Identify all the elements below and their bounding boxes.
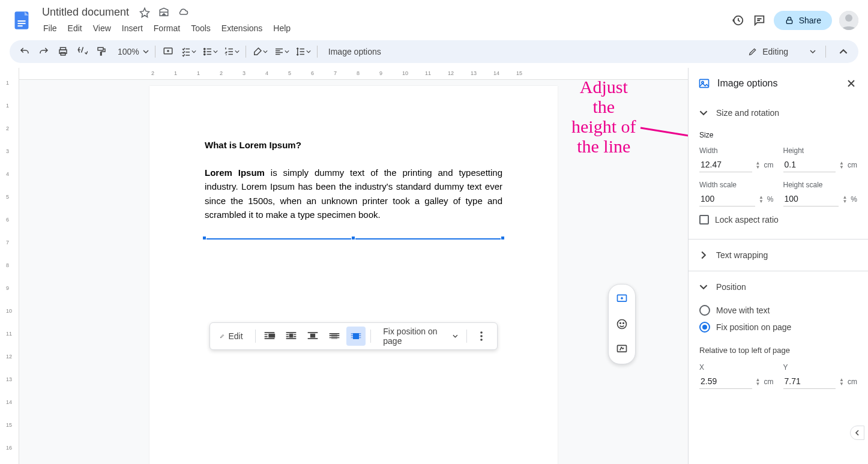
selected-image-line[interactable]	[205, 238, 502, 240]
resize-handle[interactable]	[351, 236, 355, 240]
x-stepper[interactable]: ▲▼	[756, 378, 761, 386]
collapse-toolbar-button[interactable]	[834, 43, 852, 61]
bulleted-list-button[interactable]	[200, 43, 220, 61]
menu-help[interactable]: Help	[268, 21, 295, 35]
svg-point-14	[203, 51, 205, 52]
chevron-left-icon	[854, 430, 860, 436]
svg-rect-16	[270, 334, 275, 337]
wrap-text-button[interactable]	[282, 327, 301, 346]
image-floating-toolbar: Edit Fix position on page	[209, 322, 498, 350]
lock-aspect-checkbox[interactable]	[699, 215, 709, 224]
docs-logo[interactable]	[10, 8, 34, 32]
menu-extensions[interactable]: Extensions	[217, 21, 267, 35]
front-text-button[interactable]	[346, 327, 366, 346]
svg-rect-1	[17, 20, 25, 22]
zoom-dropdown[interactable]: 100%	[112, 43, 151, 61]
chevron-down-icon	[285, 49, 289, 54]
chevron-down-icon	[699, 109, 708, 117]
menu-format[interactable]: Format	[149, 21, 185, 35]
highlight-color-button[interactable]	[250, 43, 270, 61]
menu-bar: File Edit View Insert Format Tools Exten…	[38, 21, 726, 35]
share-button[interactable]: Share	[774, 11, 832, 30]
unit-cm: cm	[764, 161, 774, 169]
width-label: Width	[699, 146, 774, 155]
break-text-button[interactable]	[303, 327, 322, 346]
line-spacing-button[interactable]	[293, 43, 313, 61]
menu-insert[interactable]: Insert	[117, 21, 148, 35]
edit-button[interactable]: Edit	[216, 327, 250, 346]
document-page[interactable]: What is Lorem Ipsum? Lorem Ipsum is simp…	[149, 86, 558, 464]
menu-view[interactable]: View	[88, 21, 116, 35]
width-scale-stepper[interactable]: ▲▼	[759, 195, 764, 203]
text-wrapping-section-toggle[interactable]: Text wrapping	[689, 242, 868, 268]
svg-rect-3	[17, 25, 22, 26]
menu-edit[interactable]: Edit	[63, 21, 87, 35]
x-label: X	[699, 363, 774, 372]
menu-file[interactable]: File	[38, 21, 62, 35]
y-stepper[interactable]: ▲▼	[839, 378, 844, 386]
close-sidebar-button[interactable]	[844, 76, 858, 91]
chevron-down-icon	[191, 49, 196, 54]
suggest-edits-button[interactable]	[611, 339, 633, 360]
checklist-button[interactable]	[178, 43, 199, 61]
y-input[interactable]	[783, 374, 836, 389]
paint-format-button[interactable]	[92, 43, 110, 61]
behind-text-button[interactable]	[325, 327, 344, 346]
history-icon[interactable]	[731, 13, 745, 28]
cloud-status-icon[interactable]	[176, 5, 190, 20]
fix-position-radio[interactable]	[699, 322, 710, 333]
add-comment-button[interactable]	[159, 43, 177, 61]
chevron-down-icon	[235, 49, 240, 54]
lock-aspect-label: Lock aspect ratio	[715, 215, 779, 224]
image-options-sidebar: Image options Size and rotation Size Wid…	[688, 68, 868, 464]
svg-point-23	[480, 339, 483, 341]
move-icon[interactable]	[157, 5, 171, 20]
wrap-inline-button[interactable]	[260, 327, 279, 346]
document-paragraph[interactable]: Lorem Ipsum is simply dummy text of the …	[205, 166, 502, 221]
lock-aspect-row[interactable]: Lock aspect ratio	[699, 215, 857, 224]
star-icon[interactable]	[137, 5, 152, 20]
move-with-text-radio-row[interactable]: Move with text	[699, 305, 857, 316]
width-scale-input[interactable]	[699, 191, 755, 206]
undo-button[interactable]	[16, 43, 34, 61]
menu-tools[interactable]: Tools	[186, 21, 215, 35]
document-title[interactable]: Untitled document	[38, 5, 133, 20]
svg-point-7	[845, 14, 852, 22]
redo-button[interactable]	[35, 43, 53, 61]
height-input[interactable]	[783, 157, 836, 172]
height-scale-stepper[interactable]: ▲▼	[842, 195, 847, 203]
context-label[interactable]: Image options	[321, 47, 741, 56]
height-scale-input[interactable]	[783, 191, 839, 206]
move-with-text-radio[interactable]	[699, 305, 710, 316]
pencil-icon	[220, 332, 225, 340]
position-section-toggle[interactable]: Position	[689, 274, 868, 300]
add-comment-button[interactable]	[611, 288, 633, 310]
width-stepper[interactable]: ▲▼	[756, 161, 761, 169]
height-scale-label: Height scale	[783, 181, 858, 189]
x-input[interactable]	[699, 374, 752, 389]
add-emoji-button[interactable]	[611, 313, 633, 335]
resize-handle[interactable]	[202, 236, 206, 240]
svg-point-22	[480, 335, 483, 337]
numbered-list-button[interactable]	[222, 43, 242, 61]
print-button[interactable]	[54, 43, 72, 61]
editing-mode-dropdown[interactable]: Editing	[742, 44, 822, 59]
fix-position-dropdown[interactable]: Fix position on page	[376, 327, 462, 346]
spellcheck-button[interactable]	[73, 43, 91, 61]
svg-point-25	[618, 320, 627, 329]
document-area[interactable]: 21123456789101112131415 What is Lorem Ip…	[19, 68, 688, 464]
height-label: Height	[783, 146, 858, 155]
resize-handle[interactable]	[501, 236, 505, 240]
comments-icon[interactable]	[752, 13, 767, 28]
document-heading[interactable]: What is Lorem Ipsum?	[205, 140, 502, 150]
avatar[interactable]	[839, 11, 858, 30]
size-rotation-section-toggle[interactable]: Size and rotation	[689, 100, 868, 126]
unit-pct: %	[851, 195, 857, 203]
side-panel-expand-button[interactable]	[850, 426, 864, 440]
width-input[interactable]	[699, 157, 752, 172]
fix-position-radio-row[interactable]: Fix position on page	[699, 322, 857, 333]
size-section-title: Size	[699, 131, 857, 139]
align-button[interactable]	[271, 43, 292, 61]
height-stepper[interactable]: ▲▼	[839, 161, 844, 169]
more-options-button[interactable]	[472, 327, 491, 346]
